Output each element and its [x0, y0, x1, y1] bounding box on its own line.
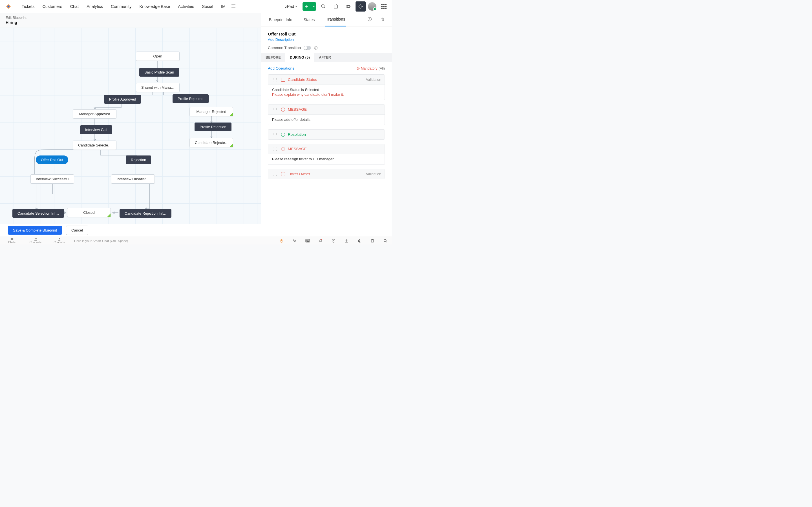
node-basic-profile-scan[interactable]: Basic Profile Scan: [139, 68, 179, 76]
node-interview-call[interactable]: Interview Call: [80, 125, 112, 134]
nav-more-icon[interactable]: [231, 4, 236, 9]
bottom-tab-chats[interactable]: Chats: [0, 237, 24, 245]
node-candidate-rejection-info[interactable]: Candidate Rejection Inf…: [119, 209, 171, 218]
svg-rect-45: [371, 239, 373, 242]
node-manager-rejected[interactable]: Manager Rejected: [190, 107, 233, 116]
operation-card[interactable]: ⋮⋮ MESSAGE Please add offer details.: [268, 104, 385, 125]
recent-button[interactable]: [327, 237, 340, 245]
tab-states[interactable]: States: [303, 13, 316, 26]
notification-button[interactable]: [314, 237, 327, 245]
org-name: zPad: [285, 4, 294, 9]
svg-line-48: [386, 241, 387, 242]
phase-during[interactable]: DURING (5): [285, 53, 314, 62]
timer-button[interactable]: [275, 237, 288, 245]
pin-button[interactable]: [381, 17, 385, 22]
node-candidate-rejected[interactable]: Candidate Rejecte…: [190, 138, 233, 147]
node-profile-approved[interactable]: Profile Approved: [104, 95, 141, 104]
nav-activities[interactable]: Activities: [174, 0, 198, 13]
save-complete-button[interactable]: Save & Complete Blueprint: [8, 226, 62, 235]
node-offer-roll-out[interactable]: Offer Roll Out: [36, 156, 68, 164]
search-bottom-button[interactable]: [378, 237, 392, 245]
smart-chat-hint[interactable]: Here is your Smart Chat (Ctrl+Space): [74, 239, 128, 242]
quick-add-button[interactable]: [303, 2, 311, 11]
quick-add-dropdown[interactable]: [311, 2, 316, 11]
zia-button[interactable]: [288, 237, 301, 245]
drag-handle-icon[interactable]: ⋮⋮: [271, 172, 278, 176]
clipboard-button[interactable]: [366, 237, 378, 245]
drag-handle-icon[interactable]: ⋮⋮: [271, 108, 278, 112]
org-selector[interactable]: zPad: [282, 4, 300, 9]
node-open[interactable]: Open: [136, 52, 180, 61]
node-shared-with-manager[interactable]: Shared with Mana…: [136, 83, 180, 92]
bottom-tab-contacts[interactable]: Contacts: [47, 237, 71, 245]
settings-button[interactable]: [356, 1, 366, 11]
svg-point-5: [321, 4, 324, 7]
node-candidate-selection-info[interactable]: Candidate Selection Inf…: [12, 209, 64, 218]
drag-handle-icon[interactable]: ⋮⋮: [271, 78, 278, 82]
node-manager-approved[interactable]: Manager Approved: [73, 109, 116, 119]
message-icon: [281, 147, 285, 151]
app-logo: [5, 3, 12, 10]
bell-icon: [319, 239, 322, 243]
add-operations-link[interactable]: Add Operations: [268, 66, 294, 70]
svg-rect-46: [372, 239, 373, 240]
keyboard-icon: [305, 239, 310, 242]
chevron-down-icon: [313, 5, 315, 8]
drag-handle-icon[interactable]: ⋮⋮: [271, 133, 278, 136]
operation-card[interactable]: ⋮⋮ Resolution: [268, 129, 385, 140]
nav-im[interactable]: IM: [217, 0, 230, 13]
nav-knowledge-base[interactable]: Knowledge Base: [136, 0, 174, 13]
nav-customers[interactable]: Customers: [38, 0, 66, 13]
theme-button[interactable]: [353, 237, 366, 245]
mandatory-indicator[interactable]: Mandatory (All): [356, 66, 385, 70]
svg-point-34: [59, 238, 60, 239]
calendar-button[interactable]: [331, 1, 341, 11]
gamepad-button[interactable]: [343, 1, 353, 11]
top-nav: Tickets Customers Chat Analytics Communi…: [0, 0, 392, 13]
bottom-tab-channels[interactable]: Channels: [24, 237, 47, 245]
nav-community[interactable]: Community: [107, 0, 135, 13]
node-interview-unsatisf[interactable]: Interview Unsatisf…: [111, 174, 155, 184]
keyboard-button[interactable]: [301, 237, 314, 245]
phase-before[interactable]: BEFORE: [261, 53, 285, 62]
node-rejection[interactable]: Rejection: [126, 156, 151, 164]
search-button[interactable]: [318, 1, 328, 11]
blueprint-canvas[interactable]: Open Basic Profile Scan Shared with Mana…: [0, 27, 261, 224]
operation-card[interactable]: ⋮⋮ Ticket Owner Validation: [268, 169, 385, 179]
apps-button[interactable]: [378, 1, 389, 11]
node-interview-successful[interactable]: Interview Successful: [31, 174, 74, 184]
operation-card[interactable]: ⋮⋮ MESSAGE Please reassign ticket to HR …: [268, 144, 385, 165]
gear-icon: [358, 4, 363, 9]
nav-analytics[interactable]: Analytics: [83, 0, 107, 13]
separator: [16, 3, 16, 10]
help-button[interactable]: ?: [367, 17, 372, 22]
nav-social[interactable]: Social: [198, 0, 217, 13]
nav-chat[interactable]: Chat: [66, 0, 83, 13]
svg-rect-39: [306, 240, 307, 240]
validation-label: Validation: [366, 172, 381, 176]
tab-transitions[interactable]: Transitions: [325, 13, 346, 26]
nav-tickets[interactable]: Tickets: [18, 0, 38, 13]
node-profile-rejection[interactable]: Profile Rejection: [195, 122, 232, 131]
svg-point-16: [360, 6, 361, 7]
svg-point-47: [384, 239, 386, 242]
common-transition-toggle[interactable]: [304, 46, 311, 50]
cancel-button[interactable]: Cancel: [66, 226, 88, 235]
svg-rect-29: [315, 48, 316, 49]
operations-header: Add Operations Mandatory (All): [261, 62, 392, 74]
drag-handle-icon[interactable]: ⋮⋮: [271, 147, 278, 151]
moon-icon: [357, 239, 361, 243]
phase-after[interactable]: AFTER: [314, 53, 336, 62]
node-profile-rejected[interactable]: Profile Rejected: [172, 94, 209, 103]
user-avatar[interactable]: [368, 2, 376, 11]
add-description-link[interactable]: Add Description: [268, 38, 385, 42]
node-closed[interactable]: Closed: [67, 208, 111, 217]
operation-title: Resolution: [288, 132, 306, 136]
import-button[interactable]: [340, 237, 353, 245]
node-candidate-selected[interactable]: Candidate Selecte…: [73, 140, 116, 150]
operation-card[interactable]: ⋮⋮ Candidate Status Validation Candidate…: [268, 74, 385, 100]
info-icon[interactable]: [314, 46, 318, 50]
main-area: Edit Blueprint Hiring: [0, 13, 392, 237]
clock-icon: [332, 239, 336, 243]
tab-blueprint-info[interactable]: Blueprint Info: [268, 13, 294, 26]
